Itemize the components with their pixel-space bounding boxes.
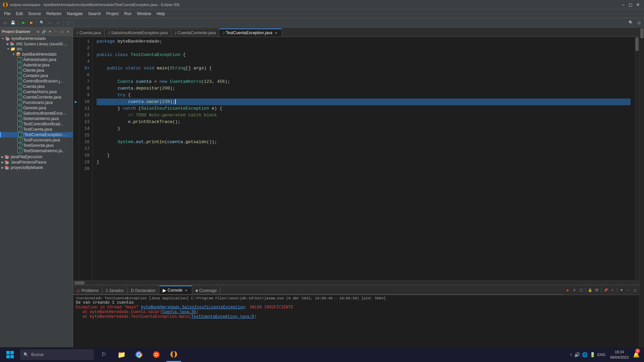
minimize-button[interactable]: − — [620, 1, 627, 8]
start-button[interactable] — [3, 347, 17, 362]
tree-item-bytebank[interactable]: ▼ 📚 byteBankHeredado — [0, 36, 73, 41]
menu-search[interactable]: Search — [86, 11, 104, 17]
speaker-icon[interactable]: 🔊 — [574, 352, 580, 357]
network-icon[interactable]: 🌐 — [582, 352, 588, 357]
system-tray[interactable]: ⇧ 🔊 🌐 🔋 ENG — [568, 352, 607, 357]
tree-item-jre[interactable]: ▶ 📚 JRE System Library [JavaSE-... — [0, 41, 73, 46]
console-exception-link[interactable]: byteBankHeredado.SalsoInsuficienteExcept… — [141, 305, 245, 310]
console-minimize[interactable]: − — [625, 287, 631, 293]
code-content[interactable]: package byteBankHeredado; public class T… — [93, 37, 635, 280]
sidebar-minimize[interactable]: − — [53, 29, 59, 34]
menu-project[interactable]: Project — [104, 11, 121, 17]
taskbar-file-explorer[interactable]: 📁 — [114, 347, 129, 362]
menu-navigate[interactable]: Navigate — [64, 11, 85, 17]
tb-perspective-switch[interactable]: ⌸ — [635, 19, 643, 26]
tree-item-proyectobytebank[interactable]: ▶ 📚 proyectoBytebank — [0, 165, 73, 170]
tree-item-administrador[interactable]: J Administrador.java — [0, 57, 73, 62]
main-scroll-thumb[interactable] — [640, 28, 644, 38]
sidebar-maximize[interactable]: ◻ — [59, 29, 65, 34]
tab-cuentacorriente[interactable]: J CuentaCorriente.java — [171, 29, 219, 37]
console-link-testcuenta[interactable]: TestCuentaException.java:9 — [191, 314, 254, 319]
console-clear[interactable]: ☐ — [578, 287, 584, 293]
tree-item-pkg[interactable]: ▼ 📦 byteBankHeredado — [0, 52, 73, 57]
console-terminate[interactable]: ■ — [565, 287, 571, 293]
tree-item-testcuentaexception[interactable]: J TestCuentaException.... — [0, 132, 73, 137]
menu-edit[interactable]: Edit — [13, 11, 25, 17]
tree-item-sistemainterno[interactable]: J SistemaInterno.java — [0, 116, 73, 121]
menu-file[interactable]: File — [1, 11, 13, 17]
tab-console[interactable]: ▶ Console ✕ — [159, 286, 192, 294]
console-scroll-lock[interactable]: 🔓 — [587, 287, 593, 293]
tab-salso[interactable]: J SalsoInsuficienteException.java — [105, 29, 171, 37]
tree-item-testgerente[interactable]: J TestGerente.java — [0, 143, 73, 148]
tree-item-gerente[interactable]: J Gerente.java — [0, 105, 73, 111]
tree-item-javaprimerospacos[interactable]: ▶ 📚 JavaPrimerosPasos — [0, 160, 73, 165]
tb-new[interactable]: □ — [1, 19, 9, 26]
clock-area[interactable]: 18:24 08/04/2023 — [610, 349, 629, 360]
battery-icon[interactable]: 🔋 — [590, 352, 595, 357]
console-link-cuenta[interactable]: Cuenta.java:35 — [162, 310, 196, 314]
tab-coverage[interactable]: ■ Coverage — [192, 287, 220, 294]
tree-item-funcionario[interactable]: J Funcionario.java — [0, 100, 73, 105]
sidebar-collapse-all[interactable]: ≪ — [35, 29, 41, 34]
sidebar-link-editor[interactable]: 🔗 — [41, 29, 47, 34]
console-pin[interactable]: 📌 — [603, 287, 609, 293]
task-view-button[interactable]: ⚐ — [97, 347, 111, 362]
tb-save[interactable]: 💾 — [9, 19, 17, 26]
menu-help[interactable]: Help — [154, 11, 168, 17]
tb-search-right[interactable]: 🔍 — [627, 19, 635, 26]
chevron-up-icon[interactable]: ⇧ — [570, 353, 572, 357]
editor-hscroll[interactable] — [73, 280, 639, 285]
sidebar-view-menu[interactable]: ▼ — [47, 29, 53, 34]
tree-item-contador[interactable]: J Contador.java — [0, 73, 73, 78]
tb-run[interactable]: ▶ — [20, 19, 27, 26]
tree-item-cuenta[interactable]: J Cuenta.java — [0, 84, 73, 89]
tree-item-autenticar[interactable]: J Autenticar.java — [0, 62, 73, 68]
console-word-wrap[interactable]: W — [594, 287, 600, 293]
restore-button[interactable]: ◻ — [627, 1, 634, 8]
scroll-thumb[interactable] — [635, 38, 639, 51]
tb-perspective[interactable]: ◌ — [65, 19, 72, 26]
tab-testcuentaexception[interactable]: J TestCuentaException.java ✕ — [219, 28, 282, 37]
tab-cuenta[interactable]: J Cuenta.java — [73, 29, 105, 37]
menu-run[interactable]: Run — [121, 11, 134, 17]
language-indicator[interactable]: ENG — [597, 353, 605, 357]
sidebar-close[interactable]: ✕ — [65, 29, 71, 34]
tab-close-testcuentaexception[interactable]: ✕ — [274, 31, 278, 35]
tb-back[interactable]: ← — [46, 19, 54, 26]
menu-source[interactable]: Source — [25, 11, 44, 17]
menu-refactor[interactable]: Refactor — [44, 11, 64, 17]
tb-search[interactable]: 🔍 — [38, 19, 46, 26]
tree-item-cuentacorriente[interactable]: J CuentaCorriente.java — [0, 95, 73, 100]
tree-item-cuentaahorro[interactable]: J CuentaAhorro.java — [0, 89, 73, 95]
tree-item-salsoinsuficiente[interactable]: J SalsoInsuficienteExce... — [0, 111, 73, 116]
taskbar-eclipse[interactable] — [166, 347, 181, 362]
tab-declaration[interactable]: D Declaration — [127, 287, 159, 294]
tree-item-testcontrolbonificad[interactable]: J TestControlBonificad... — [0, 121, 73, 127]
tree-item-testfuncionario[interactable]: J TestFuncionario.java — [0, 137, 73, 143]
taskbar-search[interactable]: 🔍 Buscar — [20, 349, 94, 360]
console-remove[interactable]: ✕ — [571, 287, 577, 293]
tree-item-testcuenta[interactable]: J TestCuenta.java — [0, 127, 73, 132]
taskbar-chrome[interactable] — [131, 347, 146, 362]
tree-item-cliente[interactable]: J Cliente.java — [0, 68, 73, 73]
console-new[interactable]: + — [609, 287, 615, 293]
console-maximize[interactable]: ◻ — [632, 287, 638, 293]
main-right-scrollbar[interactable] — [639, 27, 644, 362]
close-button[interactable]: ✕ — [635, 1, 641, 8]
tree-item-src[interactable]: ▼ 📁 src — [0, 46, 73, 52]
hscroll-thumb[interactable] — [74, 281, 85, 285]
tree-item-testsistemainterno[interactable]: J TestSistemaInterno.ja... — [0, 148, 73, 154]
tree-item-controlbonificacion[interactable]: J ControlBonificacion.j... — [0, 78, 73, 84]
tab-close-console[interactable]: ✕ — [184, 288, 189, 293]
notification-center[interactable]: 🔔 5 — [631, 347, 641, 362]
console-view-menu[interactable]: ▼ — [619, 287, 625, 293]
tab-problems[interactable]: ⚠ Problems — [73, 287, 102, 294]
tb-forward[interactable]: → — [54, 19, 62, 26]
tree-item-javapilaejecucion[interactable]: ▶ 📚 javaPilaEjecucion — [0, 154, 73, 160]
editor-scrollbar[interactable] — [635, 37, 639, 280]
tab-javadoc[interactable]: J Javadoc — [102, 287, 128, 294]
taskbar-chrome-2[interactable] — [149, 347, 164, 362]
tb-debug[interactable]: ▶ — [28, 19, 35, 26]
menu-window[interactable]: Window — [134, 11, 154, 17]
